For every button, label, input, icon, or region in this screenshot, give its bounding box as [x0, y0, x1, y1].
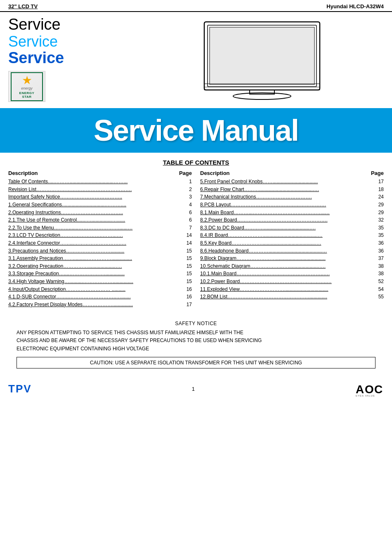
- toc-left-desc-header: Description: [8, 170, 38, 176]
- toc-left-item-text-10: 3.1.Assembly Precaution……..........………………: [8, 255, 182, 262]
- toc-right-item-text-1: 6.Repair Flow Chart………..................…: [200, 186, 373, 194]
- toc-left-item-text-12: 3.3.Storage Precaution…....…………………......…: [8, 270, 182, 278]
- toc-right-item-text-14: 11.Exploded View………………………...............…: [200, 286, 373, 293]
- toc-right-item-text-0: 5.Front Panel Control Knobs……...........…: [200, 178, 373, 186]
- toc-left-item-text-9: 3.Precautions and Notices………………………......…: [8, 247, 182, 255]
- toc-right-item-text-10: 9.Block Diagram…………………….................…: [200, 255, 373, 262]
- toc-right-item-text-3: 8.PCB Layout……………………………………………….…: [200, 201, 373, 209]
- toc-left-item-page-15: 16: [182, 293, 192, 301]
- toc-right-item-text-15: 12.BOM List………….………………………………............…: [200, 293, 373, 301]
- toc-left-item-7: 2.3.LCD TV Description……………………..……...….1…: [8, 231, 192, 239]
- toc-right-item-page-0: 17: [373, 178, 384, 186]
- toc-right-item-10: 9.Block Diagram…………………….................…: [200, 255, 384, 262]
- svg-text:А: А: [356, 383, 364, 396]
- toc-right-item-page-15: 55: [373, 293, 384, 301]
- energy-star-border: ★ energy ENERGY STAR: [11, 72, 43, 101]
- toc-columns: Description Page Table Of Contents.....……: [8, 170, 384, 308]
- svg-rect-2: [210, 27, 314, 85]
- caution-text: CAUTION: USE A SEPARATE ISOLATION TRANSF…: [90, 360, 302, 366]
- toc-left-item-3: 1.General Specifications................…: [8, 201, 192, 209]
- toc-left-item-10: 3.1.Assembly Precaution……..........………………: [8, 255, 192, 262]
- toc-left-item-14: 4.Input/Output Description……………………… ....…: [8, 286, 192, 293]
- star-icon: ★: [22, 75, 32, 86]
- toc-right-item-6: 8.3.DC to DC Board…………..................…: [200, 224, 384, 232]
- energy-text: energy: [21, 86, 33, 90]
- toc-right-item-4: 8.1.Main Board………...……………………………………..…29: [200, 209, 384, 217]
- toc-title: TABLE OF CONTENTS: [8, 159, 384, 166]
- toc-left-item-page-9: 15: [182, 247, 192, 255]
- toc-left-item-6: 2.2.To Use the Menu……….......……………………...…: [8, 224, 192, 232]
- toc-right-item-5: 8.2.Power Board……………………………………………….32: [200, 216, 384, 224]
- toc-left-item-text-8: 2.4.Interface Connector……...……………………….….: [8, 239, 182, 247]
- toc-left-item-page-8: 14: [182, 239, 192, 247]
- toc-left-item-16: 4.2.Factory Preset Display Modes………………..…: [8, 301, 192, 309]
- service-manual-banner: Service Manual: [0, 108, 392, 153]
- toc-left-item-text-1: Revision List………………………………………………….: [8, 186, 182, 194]
- toc-left-item-text-6: 2.2.To Use the Menu……….......……………………...…: [8, 224, 182, 232]
- service-label-1: Service: [8, 16, 132, 33]
- energy-star-logo: ★ energy ENERGY STAR: [8, 71, 45, 102]
- toc-left-item-text-4: 2.Operating Instructions………………………………..: [8, 209, 182, 217]
- toc-right-item-page-13: 52: [373, 278, 384, 286]
- toc-left-item-5: 2.1.The Use of Remote Control......…....…: [8, 216, 192, 224]
- caution-box: CAUTION: USE A SEPARATE ISOLATION TRANSF…: [17, 357, 375, 368]
- toc-left-item-text-7: 2.3.LCD TV Description……………………..……...….: [8, 231, 182, 239]
- toc-right-item-14: 11.Exploded View………………………...............…: [200, 286, 384, 293]
- toc-left-item-0: Table Of Contents.....………...............…: [8, 178, 192, 186]
- toc-left-item-8: 2.4.Interface Connector……...……………………….….…: [8, 239, 192, 247]
- toc-right-item-page-1: 18: [373, 186, 384, 194]
- toc-right-item-8: 8.5.Key Board……………….....................…: [200, 239, 384, 247]
- toc-left-item-2: Important Safety Notice………………………………..3: [8, 193, 192, 201]
- toc-right-item-text-11: 10.Schematic Diagram………………..…...........…: [200, 262, 373, 270]
- top-left-panel: Service Service Service ★ energy ENERGY …: [8, 16, 132, 102]
- toc-left-item-page-16: 17: [182, 301, 192, 309]
- top-section: Service Service Service ★ energy ENERGY …: [0, 12, 392, 106]
- tv-illustration: [196, 18, 328, 100]
- toc-right-item-15: 12.BOM List………….………………………………............…: [200, 293, 384, 301]
- toc-left-item-page-10: 15: [182, 255, 192, 262]
- toc-right-item-text-8: 8.5.Key Board……………….....................…: [200, 239, 373, 247]
- model-label: Hyundai HLCD-A32W4: [326, 3, 384, 9]
- toc-right-item-page-3: 29: [373, 201, 384, 209]
- toc-left-item-page-14: 16: [182, 286, 192, 293]
- toc-left-item-text-3: 1.General Specifications................…: [8, 201, 182, 209]
- toc-left-item-page-13: 15: [182, 278, 192, 286]
- toc-right-item-page-6: 35: [373, 224, 384, 232]
- toc-right-item-text-13: 10.2.Power Board……………………………………………..…: [200, 278, 373, 286]
- svg-text:О: О: [365, 383, 374, 396]
- service-label-2: Service: [8, 33, 132, 50]
- toc-right-item-page-5: 32: [373, 216, 384, 224]
- aoc-logo-svg: А О С EYES VALUE: [355, 381, 384, 397]
- toc-right-item-9: 8.6.Headphone Board………….................…: [200, 247, 384, 255]
- toc-right-item-text-12: 10.1.Main Board……………………………………………..….: [200, 270, 373, 278]
- toc-left-item-text-11: 3.2.Operating Precaution……………...........…: [8, 262, 182, 270]
- energy-star-label: ENERGY STAR: [15, 91, 39, 99]
- aoc-logo: А О С EYES VALUE: [355, 381, 384, 397]
- toc-right-item-page-10: 37: [373, 255, 384, 262]
- safety-section: SAFETY NOTICE ANY PERSON ATTEMPTING TO S…: [0, 312, 392, 377]
- toc-left-item-text-0: Table Of Contents.....………...............…: [8, 178, 182, 186]
- page-header: 32" LCD TV Hyundai HLCD-A32W4: [0, 0, 392, 12]
- toc-right-item-12: 10.1.Main Board……………………………………………..….38: [200, 270, 384, 278]
- toc-left-item-page-4: 6: [182, 209, 192, 217]
- tpv-label: TPV: [8, 383, 32, 395]
- toc-left-item-page-5: 6: [182, 216, 192, 224]
- toc-left-page-header: Page: [179, 170, 192, 176]
- toc-right-items: 5.Front Panel Control Knobs……...........…: [200, 178, 384, 301]
- toc-left-item-text-15: 4.1.D-SUB Connector……..………………………..….....…: [8, 293, 182, 301]
- toc-right-item-text-9: 8.6.Headphone Board………….................…: [200, 247, 373, 255]
- tpv-logo: TPV: [8, 383, 32, 395]
- toc-right-item-3: 8.PCB Layout……………………………………………….…29: [200, 201, 384, 209]
- toc-right-item-page-12: 38: [373, 270, 384, 278]
- toc-left-item-page-3: 4: [182, 201, 192, 209]
- toc-left-item-text-16: 4.2.Factory Preset Display Modes………………..…: [8, 301, 182, 309]
- page-footer: TPV 1 А О С EYES VALUE: [0, 377, 392, 401]
- toc-right-item-2: 7.Mechanical Instructions…………………………….24: [200, 193, 384, 201]
- toc-right-item-7: 8.4.IR Board………………….....................…: [200, 231, 384, 239]
- toc-right-item-13: 10.2.Power Board……………………………………………..…52: [200, 278, 384, 286]
- toc-left-item-page-6: 7: [182, 224, 192, 232]
- toc-right-item-page-4: 29: [373, 209, 384, 217]
- toc-left-item-page-11: 15: [182, 262, 192, 270]
- toc-left-header: Description Page: [8, 170, 192, 177]
- toc-left-item-text-13: 3.4.High Voltage Warning…..........………………: [8, 278, 182, 286]
